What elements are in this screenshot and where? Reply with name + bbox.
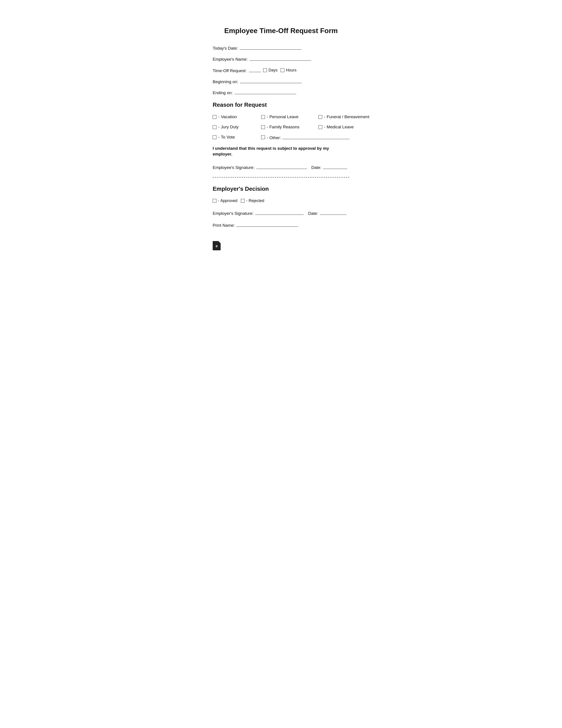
reason-row-3: - To Vote - Other: xyxy=(213,135,349,140)
employees-name-label: Employee's Name: xyxy=(213,57,248,62)
vacation-checkbox[interactable] xyxy=(213,115,217,119)
ending-on-row: Ending on: xyxy=(213,90,349,95)
timeoff-request-label: Time-Off Request: xyxy=(213,68,247,73)
days-checkbox[interactable] xyxy=(263,68,267,72)
employer-decision-section: Employer's Decision - Approved - Rejecte… xyxy=(213,185,349,228)
family-reasons-checkbox[interactable] xyxy=(261,125,265,129)
approved-item[interactable]: - Approved xyxy=(213,198,238,203)
todays-date-underline[interactable] xyxy=(240,49,301,50)
jury-duty-item[interactable]: - Jury Duty xyxy=(213,125,261,129)
other-checkbox[interactable] xyxy=(261,135,265,139)
approved-label: Approved xyxy=(221,198,238,203)
rejected-item[interactable]: - Rejected xyxy=(241,198,264,203)
personal-leave-dash: - xyxy=(267,114,268,119)
employee-date-underline[interactable] xyxy=(323,169,347,169)
to-vote-checkbox[interactable] xyxy=(213,135,217,139)
employer-signature-row: Employer's Signature: Date: xyxy=(213,211,349,216)
days-checkbox-item[interactable]: Days xyxy=(263,68,278,73)
medical-leave-item[interactable]: - Medical Leave xyxy=(318,125,376,129)
approved-checkbox[interactable] xyxy=(213,199,217,203)
todays-date-row: Today's Date: xyxy=(213,46,349,51)
reason-section-heading: Reason for Request xyxy=(213,101,349,108)
funeral-dash: - xyxy=(324,114,325,119)
family-reasons-dash: - xyxy=(267,125,268,129)
jury-duty-checkbox[interactable] xyxy=(213,125,217,129)
beginning-on-row: Beginning on: xyxy=(213,79,349,84)
page-container: Employee Time-Off Request Form Today's D… xyxy=(195,13,367,715)
to-vote-item[interactable]: - To Vote xyxy=(213,135,261,140)
medical-leave-checkbox[interactable] xyxy=(318,125,322,129)
vacation-label: Vacation xyxy=(221,114,237,119)
approved-dash: - xyxy=(218,198,219,203)
funeral-label: Funeral / Bereavement xyxy=(326,114,369,119)
page-title: Employee Time-Off Request Form xyxy=(213,26,349,35)
print-name-underline[interactable] xyxy=(237,226,298,227)
hours-checkbox[interactable] xyxy=(281,68,284,72)
funeral-checkbox[interactable] xyxy=(318,115,322,119)
beginning-on-label: Beginning on: xyxy=(213,79,238,84)
vacation-dash: - xyxy=(218,114,220,119)
approved-rejected-row: - Approved - Rejected xyxy=(213,198,349,203)
other-item[interactable]: - Other: xyxy=(261,135,349,140)
vacation-item[interactable]: - Vacation xyxy=(213,114,261,119)
to-vote-dash: - xyxy=(218,135,220,140)
ending-on-label: Ending on: xyxy=(213,90,233,95)
rejected-dash: - xyxy=(246,198,248,203)
employee-signature-row: Employee's Signature: Date: xyxy=(213,165,349,170)
employer-sig-group: Employer's Signature: xyxy=(213,211,304,216)
personal-leave-checkbox[interactable] xyxy=(261,115,265,119)
ending-on-underline[interactable] xyxy=(235,94,296,94)
employer-decision-heading: Employer's Decision xyxy=(213,185,349,192)
other-label: Other: xyxy=(269,135,281,140)
reason-row-2: - Jury Duty - Family Reasons - Medical L… xyxy=(213,125,349,129)
other-dash: - xyxy=(267,135,268,140)
family-reasons-label: Family Reasons xyxy=(269,125,299,129)
medical-leave-dash: - xyxy=(324,125,325,129)
employee-sig-group: Employee's Signature: xyxy=(213,165,307,170)
rejected-checkbox[interactable] xyxy=(241,199,245,203)
rejected-label: Rejected xyxy=(249,198,264,203)
footer-icon-area: e xyxy=(213,241,349,250)
reason-row-1: - Vacation - Personal Leave - Funeral / … xyxy=(213,114,349,119)
print-name-row: Print Name: xyxy=(213,223,349,228)
reason-grid: - Vacation - Personal Leave - Funeral / … xyxy=(213,114,349,140)
employer-date-label: Date: xyxy=(308,211,318,216)
family-reasons-item[interactable]: - Family Reasons xyxy=(261,125,318,129)
dashed-divider xyxy=(213,177,349,178)
employees-name-row: Employee's Name: xyxy=(213,57,349,62)
timeoff-request-row: Time-Off Request: Days Hours xyxy=(213,68,349,73)
hours-label: Hours xyxy=(286,68,296,73)
employees-name-underline[interactable] xyxy=(250,60,311,61)
personal-leave-item[interactable]: - Personal Leave xyxy=(261,114,318,119)
employee-date-group: Date: xyxy=(311,165,347,170)
employee-signature-label: Employee's Signature: xyxy=(213,165,255,170)
medical-leave-label: Medical Leave xyxy=(326,125,354,129)
days-label: Days xyxy=(269,68,278,73)
doc-icon-letter: e xyxy=(216,244,218,248)
to-vote-label: To Vote xyxy=(221,135,235,140)
jury-duty-label: Jury Duty xyxy=(221,125,239,129)
funeral-item[interactable]: - Funeral / Bereavement xyxy=(318,114,376,119)
employee-date-label: Date: xyxy=(311,165,321,170)
employer-signature-label: Employer's Signature: xyxy=(213,211,254,216)
employer-date-group: Date: xyxy=(308,211,346,216)
document-icon: e xyxy=(213,241,221,250)
todays-date-label: Today's Date: xyxy=(213,46,238,51)
personal-leave-label: Personal Leave xyxy=(269,114,298,119)
notice-text: I understand that this request is subjec… xyxy=(213,146,349,157)
print-name-label: Print Name: xyxy=(213,223,235,228)
jury-duty-dash: - xyxy=(218,125,220,129)
employee-signature-underline[interactable] xyxy=(256,169,307,169)
hours-checkbox-item[interactable]: Hours xyxy=(281,68,296,73)
